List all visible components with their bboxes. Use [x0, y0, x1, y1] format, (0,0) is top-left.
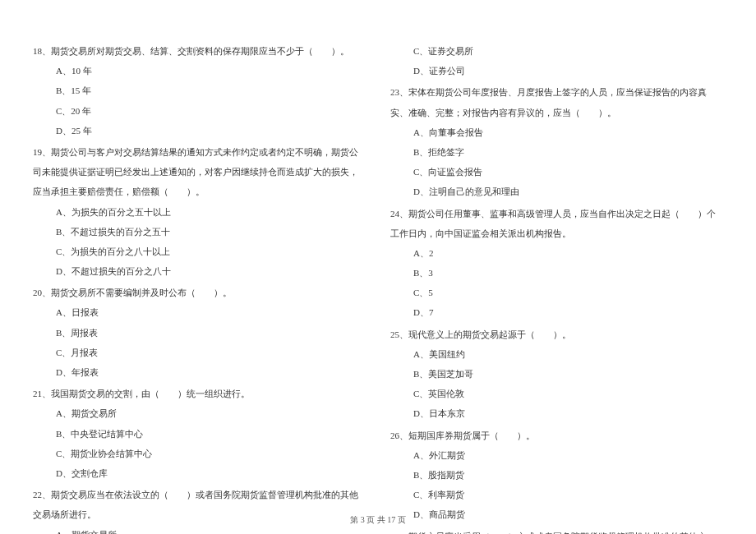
option-b: B、股指期货 [390, 465, 723, 485]
option-c: C、英国伦敦 [390, 384, 723, 403]
question-21: 21、我国期货交易的交割，由（ ）统一组织进行。 A、期货交易所 B、中央登记结… [33, 384, 366, 483]
question-23: 23、宋体在期货公司年度报告、月度报告上签字的人员，应当保证报告的内容真实、准确… [390, 82, 723, 201]
option-a: A、期货交易所 [33, 525, 366, 535]
question-text: 23、宋体在期货公司年度报告、月度报告上签字的人员，应当保证报告的内容真实、准确… [390, 82, 723, 122]
option-d: D、年报表 [33, 362, 366, 382]
question-text: 24、期货公司任用董事、监事和高级管理人员，应当自作出决定之日起（ ）个工作日内… [390, 204, 723, 243]
option-d: D、不超过损失的百分之八十 [33, 261, 366, 281]
option-a: A、为损失的百分之五十以上 [33, 202, 366, 222]
option-a: A、10 年 [33, 61, 366, 81]
option-a: A、期货交易所 [33, 403, 366, 423]
option-c: C、向证监会报告 [390, 162, 723, 182]
option-d: D、25 年 [33, 121, 366, 140]
option-c: C、5 [390, 283, 723, 302]
option-c: C、利率期货 [390, 485, 723, 504]
option-b: B、3 [390, 263, 723, 283]
question-22-continued: C、证券交易所 D、证券公司 [390, 41, 723, 81]
option-a: A、美国纽约 [390, 344, 723, 364]
question-25: 25、现代意义上的期货交易起源于（ ）。 A、美国纽约 B、美国芝加哥 C、英国… [390, 325, 723, 424]
question-27: 27、期货交易应当采用（ ）方式或者国务院期货监督管理机构批准的其他方式。 A、… [390, 527, 723, 535]
question-text: 25、现代意义上的期货交易起源于（ ）。 [390, 325, 723, 344]
option-d: D、注明自己的意见和理由 [390, 182, 723, 201]
option-c: C、为损失的百分之八十以上 [33, 242, 366, 261]
option-d: D、7 [390, 302, 723, 322]
question-22: 22、期货交易应当在依法设立的（ ）或者国务院期货监督管理机构批准的其他交易场所… [33, 485, 366, 534]
option-c: C、月报表 [33, 343, 366, 362]
option-a: A、外汇期货 [390, 445, 723, 465]
option-b: B、中央登记结算中心 [33, 424, 366, 444]
question-18: 18、期货交易所对期货交易、结算、交割资料的保存期限应当不少于（ ）。 A、10… [33, 41, 366, 140]
question-text: 20、期货交易所不需要编制并及时公布（ ）。 [33, 283, 366, 302]
option-d: D、日本东京 [390, 403, 723, 423]
question-19: 19、期货公司与客户对交易结算结果的通知方式未作约定或者约定不明确，期货公司未能… [33, 142, 366, 281]
option-d: D、证券公司 [390, 61, 723, 81]
question-text: 19、期货公司与客户对交易结算结果的通知方式未作约定或者约定不明确，期货公司未能… [33, 142, 366, 202]
option-d: D、交割仓库 [33, 463, 366, 483]
document-page: 18、期货交易所对期货交易、结算、交割资料的保存期限应当不少于（ ）。 A、10… [0, 0, 756, 534]
right-column: C、证券交易所 D、证券公司 23、宋体在期货公司年度报告、月度报告上签字的人员… [390, 41, 723, 534]
option-a: A、2 [390, 243, 723, 263]
page-footer: 第 3 页 共 17 页 [0, 514, 756, 526]
option-b: B、美国芝加哥 [390, 364, 723, 384]
question-text: 26、短期国库券期货属于（ ）。 [390, 426, 723, 445]
question-text: 21、我国期货交易的交割，由（ ）统一组织进行。 [33, 384, 366, 403]
option-b: B、不超过损失的百分之五十 [33, 222, 366, 242]
option-a: A、日报表 [33, 302, 366, 322]
option-b: B、周报表 [33, 323, 366, 343]
option-c: C、期货业协会结算中心 [33, 444, 366, 463]
option-c: C、证券交易所 [390, 41, 723, 61]
option-b: B、拒绝签字 [390, 142, 723, 162]
question-24: 24、期货公司任用董事、监事和高级管理人员，应当自作出决定之日起（ ）个工作日内… [390, 204, 723, 323]
option-a: A、向董事会报告 [390, 122, 723, 142]
option-c: C、20 年 [33, 101, 366, 121]
left-column: 18、期货交易所对期货交易、结算、交割资料的保存期限应当不少于（ ）。 A、10… [33, 41, 366, 534]
question-text: 27、期货交易应当采用（ ）方式或者国务院期货监督管理机构批准的其他方式。 [390, 527, 723, 535]
question-26: 26、短期国库券期货属于（ ）。 A、外汇期货 B、股指期货 C、利率期货 D、… [390, 426, 723, 525]
option-b: B、15 年 [33, 81, 366, 100]
question-text: 18、期货交易所对期货交易、结算、交割资料的保存期限应当不少于（ ）。 [33, 41, 366, 61]
question-20: 20、期货交易所不需要编制并及时公布（ ）。 A、日报表 B、周报表 C、月报表… [33, 283, 366, 382]
